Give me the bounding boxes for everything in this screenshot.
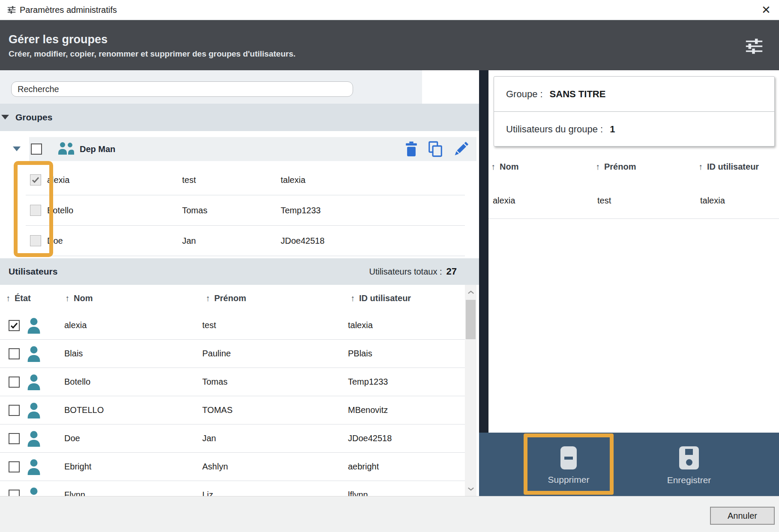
member-checkbox[interactable] xyxy=(30,235,41,246)
column-header[interactable]: ↑ Prénom xyxy=(596,151,636,182)
user-checkbox[interactable] xyxy=(9,320,20,331)
group-count-row: Utilisateurs du groupe : 1 xyxy=(494,112,774,146)
delete-group-icon[interactable] xyxy=(403,140,420,158)
action-bar: Supprimer Enregistrer xyxy=(479,433,779,496)
group-user-nom: alexia xyxy=(493,182,515,218)
sort-ascending-icon: ↑ xyxy=(596,162,600,172)
delete-button-label: Supprimer xyxy=(548,475,590,485)
person-icon xyxy=(27,317,41,334)
user-row[interactable]: Flynn Liz lflynn xyxy=(0,481,465,496)
member-checkbox[interactable] xyxy=(30,205,41,216)
users-section-header: Utilisateurs Utilisateurs totaux : 27 xyxy=(0,258,479,285)
column-header[interactable]: ↑ ID utilisateur xyxy=(698,151,759,182)
users-section-label: Utilisateurs xyxy=(9,258,57,285)
user-checkbox[interactable] xyxy=(9,405,20,416)
column-header[interactable]: ↑ Prénom xyxy=(206,285,246,311)
group-row[interactable]: Dep Man xyxy=(29,137,476,161)
scroll-down-icon[interactable] xyxy=(465,481,476,496)
user-checkbox[interactable] xyxy=(9,490,20,496)
column-header-label: Prénom xyxy=(604,162,636,172)
dialog-footer: Annuler xyxy=(0,496,779,532)
user-nom: Blais xyxy=(64,340,83,368)
member-checkbox[interactable] xyxy=(30,174,41,185)
group-member-row[interactable]: Botello Tomas Temp1233 xyxy=(26,195,465,226)
column-header-label: Nom xyxy=(74,293,93,303)
column-header-label: Prénom xyxy=(214,293,246,303)
column-header[interactable]: ↑ État xyxy=(6,285,31,311)
user-row[interactable]: Doe Jan JDoe42518 xyxy=(0,424,465,453)
close-button[interactable]: ✕ xyxy=(756,1,776,18)
window-titlebar: Paramètres administratifs ✕ xyxy=(0,0,779,20)
group-member-row[interactable]: alexia test talexia xyxy=(26,165,465,195)
collapse-groups-icon[interactable] xyxy=(1,115,9,120)
user-id: lflynn xyxy=(348,481,368,496)
scrollbar-thumb[interactable] xyxy=(466,300,476,339)
groups-section-label: Groupes xyxy=(15,104,52,131)
column-header-label: Nom xyxy=(500,162,518,172)
groups-section-header xyxy=(0,104,479,131)
group-name-row: Groupe : SANS TITRE xyxy=(494,77,774,112)
sliders-icon xyxy=(7,5,16,15)
group-name-value: SANS TITRE xyxy=(550,89,606,100)
user-id: Temp1233 xyxy=(348,368,388,396)
save-button[interactable]: Enregistrer xyxy=(643,433,735,495)
person-icon xyxy=(27,459,41,475)
users-total: Utilisateurs totaux : 27 xyxy=(369,258,457,285)
users-total-value: 27 xyxy=(446,266,457,277)
user-nom: BOTELLO xyxy=(64,396,104,424)
groups-users-panel: Groupes Dep Man alexia test talexia Bote… xyxy=(0,70,479,496)
group-members-list: alexia test talexia Botello Tomas Temp12… xyxy=(26,165,465,255)
users-table-body: alexia test talexia Blais Pauline PBlais… xyxy=(0,311,465,496)
sort-ascending-icon: ↑ xyxy=(491,162,495,172)
user-checkbox[interactable] xyxy=(9,348,20,359)
user-nom: Botello xyxy=(64,368,90,396)
user-row[interactable]: Botello Tomas Temp1233 xyxy=(0,368,465,396)
column-header-label: ID utilisateur xyxy=(359,293,411,303)
group-users-table-body: alexia test talexia xyxy=(488,182,779,219)
user-checkbox[interactable] xyxy=(9,461,20,472)
user-row[interactable]: Ebright Ashlyn aebright xyxy=(0,453,465,481)
group-member-row[interactable]: Doe Jan JDoe42518 xyxy=(26,226,465,256)
user-row[interactable]: Blais Pauline PBlais xyxy=(0,340,465,368)
column-header[interactable]: ↑ ID utilisateur xyxy=(351,285,411,311)
copy-group-icon[interactable] xyxy=(427,140,444,158)
user-id: talexia xyxy=(348,311,373,339)
column-header-label: ID utilisateur xyxy=(707,162,759,172)
search-input[interactable] xyxy=(11,81,353,97)
user-row[interactable]: alexia test talexia xyxy=(0,311,465,340)
user-prenom: test xyxy=(202,311,216,339)
person-icon xyxy=(27,487,41,496)
close-icon: ✕ xyxy=(761,3,771,17)
group-user-id: talexia xyxy=(700,182,725,218)
group-icon xyxy=(57,142,75,156)
group-user-row[interactable]: alexia test talexia xyxy=(488,182,779,219)
cancel-button-label: Annuler xyxy=(728,511,757,521)
sort-ascending-icon: ↑ xyxy=(206,293,210,303)
user-prenom: Pauline xyxy=(202,340,231,368)
cancel-button[interactable]: Annuler xyxy=(710,507,775,525)
user-prenom: Ashlyn xyxy=(202,453,228,481)
user-checkbox[interactable] xyxy=(9,433,20,444)
scroll-up-icon[interactable] xyxy=(465,285,476,299)
dialog-header: Gérer les groupes Créer, modifier, copie… xyxy=(0,20,779,70)
delete-button[interactable]: Supprimer xyxy=(524,433,614,495)
user-nom: Flynn xyxy=(64,481,85,496)
user-prenom: Liz xyxy=(202,481,213,496)
users-total-label: Utilisateurs totaux : xyxy=(369,267,442,277)
sliders-icon xyxy=(744,36,764,56)
user-id: PBlais xyxy=(348,340,372,368)
sort-ascending-icon: ↑ xyxy=(698,162,703,172)
person-icon xyxy=(27,402,41,418)
column-header[interactable]: ↑ Nom xyxy=(491,151,518,182)
group-checkbox[interactable] xyxy=(31,143,42,155)
group-name: Dep Man xyxy=(80,137,115,161)
edit-group-icon[interactable] xyxy=(452,140,470,158)
member-nom: alexia xyxy=(47,165,69,195)
collapse-group-icon[interactable] xyxy=(13,146,21,151)
person-icon xyxy=(27,346,41,362)
column-header[interactable]: ↑ Nom xyxy=(65,285,93,311)
member-prenom: Tomas xyxy=(182,195,207,225)
users-table-header: ↑ État ↑ Nom ↑ Prénom ↑ ID utilisateur xyxy=(0,285,465,312)
user-row[interactable]: BOTELLO TOMAS MBenovitz xyxy=(0,396,465,424)
user-checkbox[interactable] xyxy=(9,377,20,388)
